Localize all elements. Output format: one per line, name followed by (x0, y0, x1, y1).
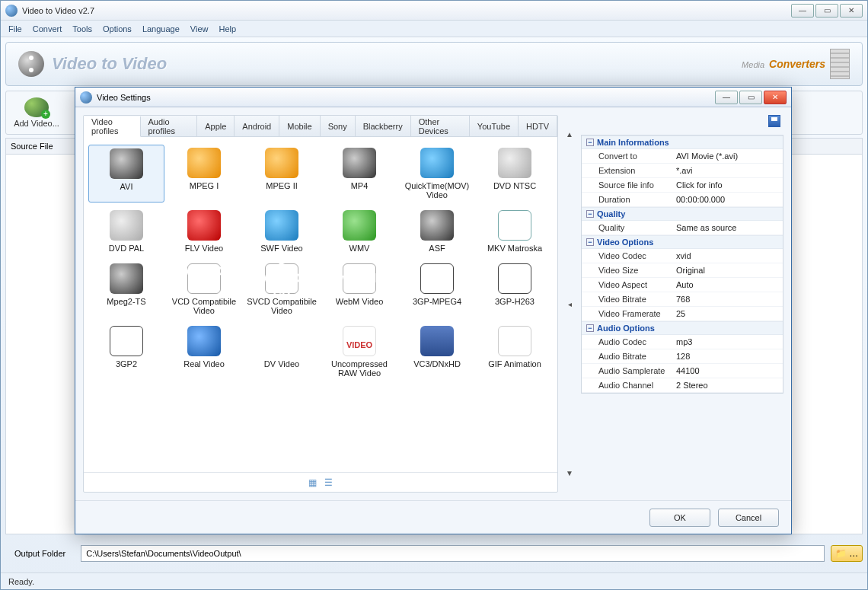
tab-youtube[interactable]: YouTube (470, 116, 519, 136)
prop-group-main[interactable]: −Main Informations (582, 136, 783, 149)
prop-key: Video Codec (582, 249, 672, 263)
col-source-file[interactable]: Source File (11, 142, 53, 151)
prop-row[interactable]: Audio Codecmp3 (582, 335, 783, 349)
profile-mpeg-i[interactable]: MPEG I (166, 145, 242, 203)
main-close-button[interactable]: ✕ (840, 4, 863, 18)
scroll-down-icon[interactable]: ▼ (566, 469, 573, 477)
prop-row[interactable]: Audio Bitrate128 (582, 349, 783, 364)
profile-mpeg-ii[interactable]: MPEG II (244, 145, 320, 203)
prop-row[interactable]: Source file infoClick for info (582, 178, 783, 193)
prop-row[interactable]: Video AspectAuto (582, 278, 783, 292)
dialog-titlebar[interactable]: Video Settings — ▭ ✕ (75, 88, 791, 107)
profile-mkv-matroska[interactable]: MKV Matroska (477, 207, 553, 256)
ok-button[interactable]: OK (649, 509, 710, 527)
profile-dvd-ntsc[interactable]: DVD NTSC (477, 145, 553, 203)
cancel-button[interactable]: Cancel (718, 509, 779, 527)
menu-convert[interactable]: Convert (33, 24, 62, 33)
prop-value[interactable]: 2 Stereo (672, 378, 783, 392)
profile-mpeg2-ts[interactable]: Mpeg2-TS (88, 260, 164, 318)
grid-view-icon[interactable]: ▦ (308, 477, 317, 488)
prop-value[interactable]: Same as source (672, 221, 783, 234)
profile-dvd-pal[interactable]: DVD PAL (88, 207, 164, 256)
prop-row[interactable]: Video Bitrate768 (582, 292, 783, 307)
prop-value[interactable]: *.avi (672, 164, 783, 177)
tab-blackberry[interactable]: Blackberry (356, 116, 411, 136)
profile-flv-video[interactable]: FLV Video (166, 207, 242, 256)
prop-row[interactable]: Video Codecxvid (582, 249, 783, 263)
prop-value[interactable]: xvid (672, 249, 783, 263)
reel-icon (420, 210, 454, 241)
dialog-minimize-button[interactable]: — (715, 91, 738, 104)
list-view-icon[interactable]: ☰ (324, 477, 333, 488)
profile-3gp-mpeg4[interactable]: 3GP3GP-MPEG4 (399, 260, 475, 318)
prop-row[interactable]: Extension*.avi (582, 164, 783, 178)
prop-value[interactable]: 44100 (672, 364, 783, 378)
output-label: Output Folder (5, 549, 75, 558)
profile-swf-video[interactable]: SWF Video (244, 207, 320, 256)
menu-language[interactable]: Language (142, 24, 180, 33)
prop-group-quality[interactable]: −Quality (582, 207, 783, 221)
menu-file[interactable]: File (8, 24, 22, 33)
main-minimize-button[interactable]: — (791, 4, 814, 18)
prop-row[interactable]: QualitySame as source (582, 221, 783, 235)
add-video-button[interactable]: Add Video... (12, 94, 61, 132)
profile-avi[interactable]: AVI (88, 145, 164, 203)
tab-audio-profiles[interactable]: Audio profiles (141, 116, 198, 136)
prop-row[interactable]: Audio Channel2 Stereo (582, 378, 783, 393)
dialog-close-button[interactable]: ✕ (764, 91, 787, 104)
main-maximize-button[interactable]: ▭ (815, 4, 838, 18)
menu-tools[interactable]: Tools (72, 24, 92, 33)
prop-row[interactable]: Duration00:00:00.000 (582, 193, 783, 207)
scroll-up-icon[interactable]: ▲ (566, 130, 573, 139)
profile-3gp-h263[interactable]: 3GP3GP-H263 (477, 260, 553, 318)
prop-row[interactable]: Video Framerate25 (582, 307, 783, 321)
prop-value[interactable]: 25 (672, 307, 783, 321)
profile-label: DV Video (264, 359, 299, 368)
tab-apple[interactable]: Apple (197, 116, 235, 136)
profile-svcd-compatibile-video[interactable]: S VIDEO CDSVCD Compatibile Video (244, 260, 320, 318)
prop-value[interactable]: Original (672, 263, 783, 277)
reel-icon (343, 148, 376, 178)
profile-label: Uncompressed RAW Video (324, 359, 394, 378)
prop-group-video[interactable]: −Video Options (582, 235, 783, 249)
output-folder-input[interactable] (81, 545, 825, 562)
profile-vc3-dnxhd[interactable]: VC3/DNxHD (399, 323, 475, 381)
profile-gif-animation[interactable]: GIFGIF Animation (477, 323, 553, 381)
header-banner: Video to Video MediaConverters (5, 42, 863, 86)
browse-folder-button[interactable]: 📁 … (831, 545, 863, 562)
tab-other-devices[interactable]: Other Devices (411, 116, 470, 136)
profile-quicktime-mov-video[interactable]: QuickTime(MOV) Video (399, 145, 475, 203)
profile-wmv[interactable]: WMV (321, 207, 397, 256)
menu-help[interactable]: Help (219, 24, 236, 33)
tab-mobile[interactable]: Mobile (279, 116, 320, 136)
profile-vcd-compatibile-video[interactable]: VIDEO CDVCD Compatibile Video (166, 260, 242, 318)
prop-value[interactable]: Auto (672, 278, 783, 292)
save-icon[interactable] (768, 115, 780, 127)
profile-label: MPEG I (190, 181, 219, 190)
prop-value[interactable]: 768 (672, 292, 783, 306)
prop-group-audio[interactable]: −Audio Options (582, 321, 783, 335)
prop-row[interactable]: Video SizeOriginal (582, 263, 783, 278)
prop-value[interactable]: 00:00:00.000 (672, 193, 783, 206)
prop-row[interactable]: Convert toAVI Movie (*.avi) (582, 149, 783, 164)
tab-sony[interactable]: Sony (321, 116, 356, 136)
profile-mp4[interactable]: MP4 (321, 145, 397, 203)
prop-value[interactable]: Click for info (672, 178, 783, 192)
prop-row[interactable]: Audio Samplerate44100 (582, 364, 783, 378)
splitter[interactable]: ▲ ◂ ▼ (564, 115, 575, 493)
dialog-maximize-button[interactable]: ▭ (739, 91, 762, 104)
tab-video-profiles[interactable]: Video profiles (84, 116, 141, 137)
profile-real-video[interactable]: Real Video (166, 323, 242, 381)
prop-value[interactable]: AVI Movie (*.avi) (672, 149, 783, 163)
tab-android[interactable]: Android (235, 116, 279, 136)
profile-asf[interactable]: ASF (399, 207, 475, 256)
tab-hdtv[interactable]: HDTV (519, 116, 557, 136)
profile-dv-video[interactable]: DVDV Video (244, 323, 320, 381)
profile-uncompressed-raw-video[interactable]: RAWVIDEOUncompressed RAW Video (321, 323, 397, 381)
profile-3gp2[interactable]: 3GP23GP2 (88, 323, 164, 381)
menu-view[interactable]: View (190, 24, 209, 33)
menu-options[interactable]: Options (103, 24, 132, 33)
profile-webm-video[interactable]: webMWebM Video (321, 260, 397, 318)
prop-value[interactable]: mp3 (672, 335, 783, 349)
prop-value[interactable]: 128 (672, 349, 783, 363)
